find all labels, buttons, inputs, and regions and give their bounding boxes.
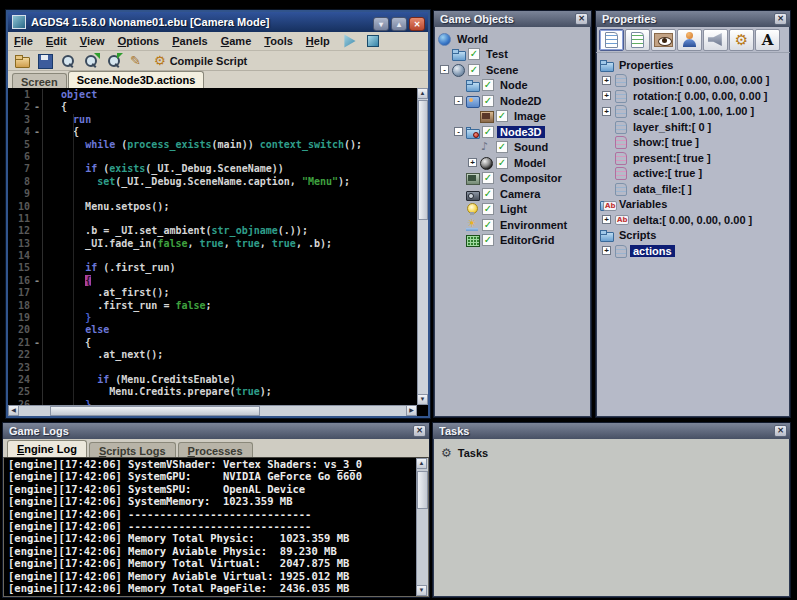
close-icon[interactable]: ✕ xyxy=(774,425,787,437)
checkbox-checked[interactable]: ✓ xyxy=(482,95,494,107)
checkbox-checked[interactable]: ✓ xyxy=(482,126,494,138)
game-object-item-sound[interactable]: ✓Sound xyxy=(434,140,591,156)
game-object-item-node3d[interactable]: -✓Node3D xyxy=(434,124,591,140)
property-item-show-true-[interactable]: show:[ true ] xyxy=(596,135,790,151)
expand-icon[interactable]: + xyxy=(602,91,611,100)
properties-titlebar[interactable]: Properties ✕ xyxy=(596,11,790,27)
tab-scripts-logs[interactable]: Scripts Logs xyxy=(89,442,176,457)
fold-marker[interactable]: - xyxy=(32,126,42,138)
console-scroll-thumb[interactable] xyxy=(417,471,428,509)
letter-a-button[interactable]: A xyxy=(755,29,780,51)
menu-tools[interactable]: Tools xyxy=(264,35,293,47)
scroll-down-button[interactable]: ▼ xyxy=(417,394,428,405)
property-item-present-true-[interactable]: present:[ true ] xyxy=(596,150,790,166)
doc-blue-button[interactable] xyxy=(599,29,624,51)
minimize-button[interactable]: ▾ xyxy=(373,17,389,31)
checkbox-checked[interactable]: ✓ xyxy=(468,48,480,60)
tab-processes[interactable]: Processes xyxy=(178,442,253,457)
tab-engine-log[interactable]: Engine Log xyxy=(7,440,87,457)
checkbox-checked[interactable]: ✓ xyxy=(496,110,508,122)
zoom-icon[interactable] xyxy=(60,53,77,68)
scroll-left-button[interactable]: ◀ xyxy=(8,405,19,416)
game-object-item-node[interactable]: ✓Node xyxy=(434,78,591,94)
menu-panels[interactable]: Panels xyxy=(172,35,207,47)
game-object-item-camera[interactable]: ✓Camera xyxy=(434,186,591,202)
game-object-item-environment[interactable]: ✓Environment xyxy=(434,217,591,233)
editor-horizontal-scrollbar[interactable]: ◀ ▶ xyxy=(8,405,417,416)
tab-scene-node3d-actions[interactable]: Scene.Node3D.actions xyxy=(68,71,205,88)
scroll-up-button[interactable]: ▲ xyxy=(416,458,427,469)
maximize-button[interactable]: ▴ xyxy=(391,17,407,31)
collapse-icon[interactable]: - xyxy=(440,65,449,74)
menu-help[interactable]: Help xyxy=(306,35,330,47)
game-object-item-node2d[interactable]: -✓Node2D xyxy=(434,93,591,109)
property-item-properties[interactable]: Properties xyxy=(596,57,790,73)
window-titlebar[interactable]: AGDS4 1.5.8.0 Noname01.ebu [Camera Mode]… xyxy=(8,12,428,32)
close-button[interactable]: ✕ xyxy=(409,17,425,31)
expand-icon[interactable]: + xyxy=(602,76,611,85)
close-icon[interactable]: ✕ xyxy=(774,13,787,25)
checkbox-checked[interactable]: ✓ xyxy=(482,219,494,231)
menu-edit[interactable]: Edit xyxy=(46,35,67,47)
close-icon[interactable]: ✕ xyxy=(413,425,426,437)
game-object-item-model[interactable]: +✓Model xyxy=(434,155,591,171)
game-objects-titlebar[interactable]: Game Objects ✕ xyxy=(434,11,591,27)
zoom-out-icon[interactable] xyxy=(106,53,123,68)
fold-marker[interactable]: - xyxy=(32,275,42,287)
checkbox-checked[interactable]: ✓ xyxy=(482,234,494,246)
checkbox-checked[interactable]: ✓ xyxy=(482,203,494,215)
eye-button[interactable] xyxy=(651,29,676,51)
menu-game[interactable]: Game xyxy=(221,35,252,47)
game-object-item-light[interactable]: ✓Light xyxy=(434,202,591,218)
collapse-icon[interactable]: - xyxy=(454,96,463,105)
property-item-position-0-00-0-00-0-00-[interactable]: +position:[ 0.00, 0.00, 0.00 ] xyxy=(596,73,790,89)
property-item-layer-shift-0-[interactable]: layer_shift:[ 0 ] xyxy=(596,119,790,135)
zoom-in-icon[interactable] xyxy=(83,53,100,68)
property-item-scripts[interactable]: Scripts xyxy=(596,228,790,244)
game-object-item-test[interactable]: ✓Test xyxy=(434,47,591,63)
game-object-item-world[interactable]: World xyxy=(434,31,591,47)
edit-icon[interactable] xyxy=(129,53,146,68)
play-icon[interactable] xyxy=(343,34,357,48)
expand-icon[interactable]: + xyxy=(468,158,477,167)
code-editor[interactable]: 1 object2- {3 run4- {5 while (process_ex… xyxy=(8,88,428,416)
checkbox-checked[interactable]: ✓ xyxy=(482,188,494,200)
editor-vertical-scrollbar[interactable]: ▲ ▼ xyxy=(417,88,428,405)
property-item-variables[interactable]: Variables xyxy=(596,197,790,213)
close-icon[interactable]: ✕ xyxy=(575,13,588,25)
menu-file[interactable]: File xyxy=(14,35,33,47)
game-logs-titlebar[interactable]: Game Logs ✕ xyxy=(3,423,429,439)
property-item-rotation-0-00-0-00-0-00-[interactable]: +rotation:[ 0.00, 0.00, 0.00 ] xyxy=(596,88,790,104)
vertical-scroll-thumb[interactable] xyxy=(418,100,428,220)
expand-icon[interactable]: + xyxy=(602,246,611,255)
doc-green-button[interactable] xyxy=(625,29,650,51)
open-folder-icon[interactable] xyxy=(14,53,31,68)
game-object-item-editorgrid[interactable]: ✓EditorGrid xyxy=(434,233,591,249)
log-console[interactable]: [engine][17:42:06] SystemVShader: Vertex… xyxy=(3,457,429,597)
expand-icon[interactable]: + xyxy=(602,107,611,116)
property-item-data-file-[interactable]: data_file:[ ] xyxy=(596,181,790,197)
tab-screen[interactable]: Screen xyxy=(12,73,67,88)
speaker-button[interactable] xyxy=(703,29,728,51)
scroll-right-button[interactable]: ▶ xyxy=(406,405,417,416)
game-object-item-scene[interactable]: -✓Scene xyxy=(434,62,591,78)
property-item-actions[interactable]: +actions xyxy=(596,243,790,259)
property-item-scale-1-00-1-00-1-00-[interactable]: +scale:[ 1.00, 1.00, 1.00 ] xyxy=(596,104,790,120)
checkbox-checked[interactable]: ✓ xyxy=(482,172,494,184)
game-object-item-image[interactable]: ✓Image xyxy=(434,109,591,125)
property-item-delta-0-00-0-00-0-00-[interactable]: +delta:[ 0.00, 0.00, 0.00 ] xyxy=(596,212,790,228)
menu-options[interactable]: Options xyxy=(118,35,160,47)
save-icon[interactable] xyxy=(37,53,54,68)
stop-icon[interactable] xyxy=(367,35,379,47)
game-object-item-compositor[interactable]: ✓Compositor xyxy=(434,171,591,187)
checkbox-checked[interactable]: ✓ xyxy=(496,157,508,169)
compile-script-button[interactable]: ⚙Compile Script xyxy=(154,53,247,68)
scroll-down-button[interactable]: ▼ xyxy=(416,585,427,596)
person-button[interactable] xyxy=(677,29,702,51)
horizontal-scroll-thumb[interactable] xyxy=(50,406,260,416)
scroll-up-button[interactable]: ▲ xyxy=(417,88,428,99)
expand-icon[interactable]: + xyxy=(602,215,611,224)
tasks-root-item[interactable]: ⚙ Tasks xyxy=(433,439,790,460)
collapse-icon[interactable]: - xyxy=(454,127,463,136)
console-vertical-scrollbar[interactable]: ▲ ▼ xyxy=(416,458,428,596)
